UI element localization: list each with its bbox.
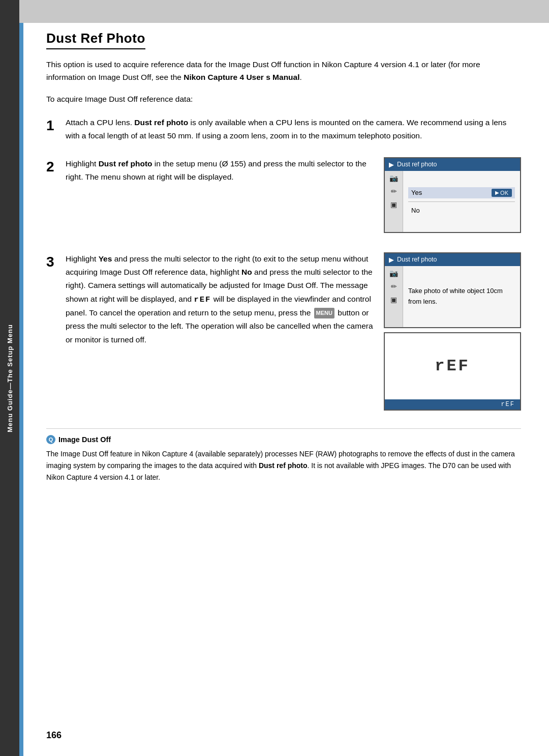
camera-screen-3-wrapper: rEF rEF [384, 332, 521, 411]
camera-menu-col-1: Yes ▶OK No [403, 171, 520, 232]
cam-icon-camera: 📷 [389, 174, 398, 182]
step-2-content: Highlight Dust ref photo in the setup me… [66, 157, 374, 184]
camera-screen-1-container: ▶ Dust ref photo 📷 ✏ ▣ Yes [384, 157, 521, 237]
step-3-left: 3 Highlight Yes and press the multi sele… [46, 252, 374, 411]
sidebar-label: Menu Guide—The Setup Menu [6, 324, 14, 432]
note-title-row: Q Image Dust Off [46, 435, 521, 444]
ok-arrow: ▶ [495, 190, 499, 195]
step-3-number: 3 [46, 252, 66, 346]
acquire-heading: To acquire Image Dust Off reference data… [46, 93, 521, 105]
sidebar-tab: Menu Guide—The Setup Menu [0, 0, 19, 756]
menu-yes-label: Yes [411, 189, 422, 196]
note-title-text: Image Dust Off [58, 435, 111, 444]
title-section: Dust Ref Photo [46, 31, 145, 49]
cam-icon-pen2: ✏ [391, 282, 397, 290]
intro-text-end: . [300, 73, 302, 81]
ok-button: ▶OK [492, 189, 512, 197]
step-3-row: 3 Highlight Yes and press the multi sele… [46, 252, 374, 346]
camera-menu-2: Take photo of white object 10cm from len… [403, 266, 520, 327]
note-text: The Image Dust Off feature in Nikon Capt… [46, 448, 521, 483]
menu-divider [408, 201, 515, 202]
camera-screen-1: ▶ Dust ref photo 📷 ✏ ▣ Yes [384, 157, 521, 233]
screen2-header: ▶ Dust ref photo [385, 253, 520, 266]
bold-link: Nikon Capture 4 User s Manual [184, 73, 299, 81]
bottom-note: Q Image Dust Off The Image Dust Off feat… [46, 428, 521, 483]
camera-icons-col-1: 📷 ✏ ▣ [385, 171, 403, 232]
blue-accent-bar [19, 0, 23, 756]
step-3-container: 3 Highlight Yes and press the multi sele… [46, 252, 521, 411]
screen2-title: Dust ref photo [397, 256, 437, 263]
note-icon: Q [46, 435, 55, 444]
step-3-menu-symbol: MENU [314, 308, 334, 318]
step-2-text-before: Highlight [66, 159, 99, 168]
step-2-row: 2 Highlight Dust ref photo in the setup … [46, 157, 521, 237]
ref-display-text: rEF [435, 357, 470, 375]
screen1-body: 📷 ✏ ▣ Yes ▶OK [385, 171, 520, 232]
intro-paragraph: This option is used to acquire reference… [46, 59, 521, 84]
step-1-text-before: Attach a CPU lens. [66, 118, 134, 127]
note-bold: Dust ref photo [259, 461, 308, 470]
step-1-content: Attach a CPU lens. Dust ref photo is onl… [66, 116, 521, 143]
step-2-bold: Dust ref photo [99, 159, 152, 168]
step-2-number: 2 [46, 157, 66, 184]
step-2-row-inner: 2 Highlight Dust ref photo in the setup … [46, 157, 374, 184]
cam-icon-pencil: ✏ [391, 187, 397, 195]
screen1-title: Dust ref photo [397, 161, 437, 168]
cam-icon-cam2: 📷 [389, 269, 398, 277]
page-number: 166 [46, 730, 62, 741]
page-title: Dust Ref Photo [46, 31, 145, 46]
camera-screen-3: rEF [385, 333, 520, 399]
camera-screen-2: ▶ Dust ref photo 📷 ✏ ▣ Take photo of whi… [384, 252, 521, 328]
step-3-text-before: Highlight [66, 254, 99, 263]
step-3-bold2: No [241, 268, 252, 276]
menu-row-no: No [408, 205, 515, 216]
screen1-arrow: ▶ [389, 161, 394, 168]
main-content: Dust Ref Photo This option is used to ac… [23, 0, 549, 756]
screen3-footer: rEF [385, 399, 520, 410]
screen2-arrow: ▶ [389, 256, 394, 264]
cam-icon-box2: ▣ [390, 296, 397, 304]
screen3-footer-text: rEF [501, 401, 515, 408]
step-3-bold: Yes [99, 254, 112, 263]
step-3-code: rEF [194, 295, 211, 304]
menu-no-label: No [411, 207, 420, 214]
screen2-body: 📷 ✏ ▣ Take photo of white object 10cm fr… [385, 266, 520, 327]
camera-icons-col-2: 📷 ✏ ▣ [385, 266, 403, 327]
step-1-number: 1 [46, 116, 66, 143]
steps-container: 1 Attach a CPU lens. Dust ref photo is o… [46, 116, 521, 411]
step-1-bold: Dust ref photo [134, 118, 188, 127]
menu-row-yes: Yes ▶OK [408, 187, 515, 198]
camera-screens-2-3: ▶ Dust ref photo 📷 ✏ ▣ Take photo of whi… [384, 252, 521, 411]
step-1: 1 Attach a CPU lens. Dust ref photo is o… [46, 116, 521, 143]
step-3-content: Highlight Yes and press the multi select… [66, 252, 374, 346]
screen1-header: ▶ Dust ref photo [385, 158, 520, 171]
cam-icon-box: ▣ [390, 200, 397, 209]
screen2-message: Take photo of white object 10cm from len… [408, 286, 515, 307]
step-2-left: 2 Highlight Dust ref photo in the setup … [46, 157, 374, 237]
